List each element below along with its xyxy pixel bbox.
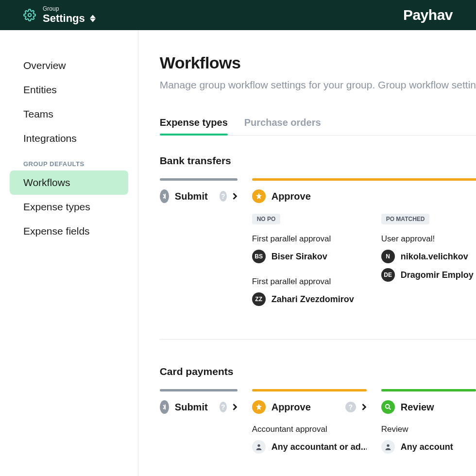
person-icon — [381, 440, 395, 454]
stage-submit[interactable]: Submit ? — [160, 178, 238, 311]
user-row[interactable]: BS Biser Sirakov — [252, 250, 367, 263]
avatar: DE — [381, 268, 395, 282]
user-row[interactable]: Any accountant or ad... — [252, 440, 367, 454]
approval-heading: First parallel approval — [252, 277, 367, 287]
main-content: Workflows Manage group workflow settings… — [138, 30, 476, 476]
sidebar-item-overview[interactable]: Overview — [10, 53, 128, 78]
svg-point-2 — [385, 405, 389, 408]
stage-bar-submit — [160, 389, 238, 391]
help-icon[interactable]: ? — [345, 402, 356, 412]
header-eyebrow: Group — [43, 6, 96, 12]
tab-expense-types[interactable]: Expense types — [160, 117, 228, 135]
help-icon[interactable]: ? — [220, 191, 227, 202]
tab-purchase-orders[interactable]: Purchase orders — [244, 117, 321, 135]
approval-heading: User approval! — [381, 234, 476, 244]
sidebar-item-integrations[interactable]: Integrations — [10, 126, 128, 151]
gear-icon — [23, 9, 36, 21]
section-title-card-payments: Card payments — [160, 366, 476, 377]
user-name: Dragomir Employ — [401, 270, 474, 280]
approval-heading: First parallel approval — [252, 234, 367, 244]
stage-approve[interactable]: Approve ? Accountant approval Any accoun… — [252, 389, 367, 459]
svg-point-0 — [28, 14, 32, 17]
stage-bar-submit — [160, 178, 238, 181]
sidebar-item-entities[interactable]: Entities — [10, 78, 128, 102]
section-title-bank-transfers: Bank transfers — [160, 155, 476, 167]
app-header: Group Settings Payhav — [0, 0, 476, 30]
stage-bar-approve — [252, 389, 367, 391]
stage-approve-label: Approve — [272, 402, 311, 413]
user-row[interactable]: N nikola.velichkov — [381, 250, 476, 263]
page-title: Workflows — [160, 53, 476, 72]
updown-icon[interactable] — [90, 15, 96, 22]
stage-submit-label: Submit — [175, 191, 208, 202]
sidebar-item-expense-fields[interactable]: Expense fields — [10, 219, 128, 243]
sidebar-section-label: GROUP DEFAULTS — [10, 151, 128, 170]
svg-point-3 — [387, 444, 389, 447]
star-icon — [252, 189, 266, 203]
user-name: Any account — [401, 442, 453, 452]
person-icon — [252, 440, 266, 454]
user-row[interactable]: DE Dragomir Employ — [381, 268, 476, 282]
chevron-right-icon — [233, 402, 238, 413]
sidebar-item-expense-types[interactable]: Expense types — [10, 195, 128, 219]
stage-bar-approve — [252, 178, 476, 181]
divider — [160, 339, 476, 340]
header-left-group[interactable]: Group Settings — [23, 6, 96, 24]
sidebar-item-workflows[interactable]: Workflows — [10, 170, 128, 195]
approval-heading: Accountant approval — [252, 425, 367, 434]
avatar: BS — [252, 250, 266, 263]
submit-icon — [160, 400, 169, 414]
bank-transfers-workflow: Submit ? A — [160, 178, 476, 311]
review-heading: Review — [381, 425, 476, 434]
badge-po-matched: PO MATCHED — [381, 214, 430, 224]
stage-approve-container: Approve NO PO First parallel approval BS… — [252, 178, 476, 311]
star-icon — [252, 400, 266, 414]
brand-logo: Payhav — [403, 7, 453, 23]
tabs: Expense types Purchase orders — [160, 117, 476, 136]
stage-approve-right[interactable]: PO MATCHED User approval! N nikola.velic… — [381, 189, 476, 311]
help-icon[interactable]: ? — [220, 402, 227, 412]
stage-approve-left[interactable]: Approve NO PO First parallel approval BS… — [252, 189, 367, 311]
avatar: ZZ — [252, 292, 266, 306]
user-name: Zahari Zvezdomirov — [272, 294, 354, 305]
page-description: Manage group workflow settings for your … — [160, 79, 476, 91]
card-payments-workflow: Submit ? Approve ? — [160, 389, 476, 459]
user-row[interactable]: ZZ Zahari Zvezdomirov — [252, 292, 367, 306]
chevron-right-icon — [362, 402, 367, 413]
svg-point-1 — [257, 444, 260, 447]
user-name: Biser Sirakov — [272, 252, 327, 262]
sidebar: Overview Entities Teams Integrations GRO… — [0, 30, 138, 476]
submit-icon — [160, 189, 169, 203]
stage-approve-label: Approve — [272, 191, 311, 202]
avatar: N — [381, 250, 395, 263]
stage-review-label: Review — [401, 402, 434, 413]
user-name: nikola.velichkov — [401, 252, 468, 262]
header-title: Settings — [43, 13, 85, 24]
user-row[interactable]: Any account — [381, 440, 476, 454]
sidebar-item-teams[interactable]: Teams — [10, 102, 128, 126]
badge-no-po: NO PO — [252, 214, 281, 224]
stage-bar-review — [381, 389, 476, 391]
stage-submit[interactable]: Submit ? — [160, 389, 238, 459]
user-name: Any accountant or ad... — [272, 442, 367, 452]
magnifier-icon — [381, 400, 395, 414]
stage-review[interactable]: Review Review Any account — [381, 389, 476, 459]
chevron-right-icon — [233, 191, 238, 202]
stage-submit-label: Submit — [175, 402, 208, 413]
